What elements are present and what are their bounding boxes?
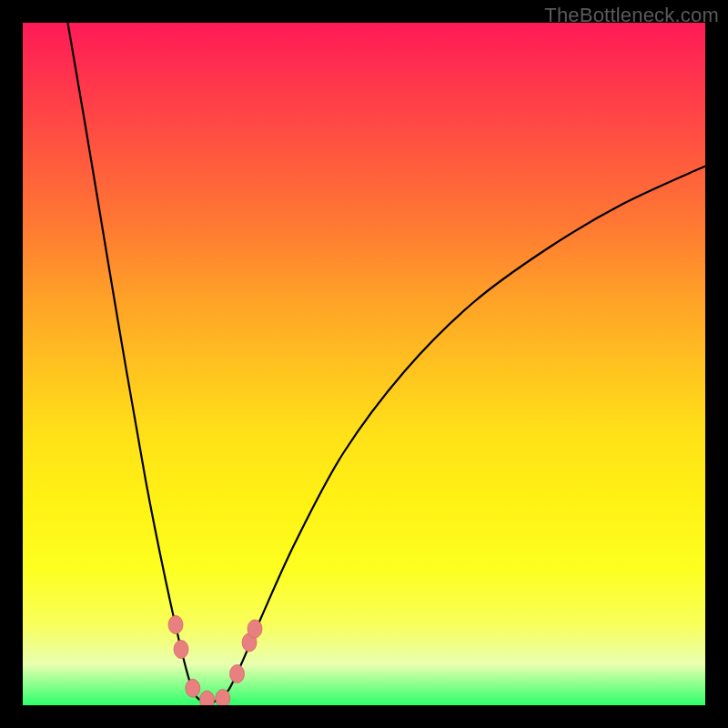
curve-marker (168, 616, 183, 634)
curve-marker (216, 690, 230, 706)
watermark-text: TheBottleneck.com (544, 4, 719, 27)
curve-markers (168, 616, 262, 706)
chart-plot-area (23, 23, 705, 705)
curve-marker (230, 665, 245, 683)
curve-marker (200, 691, 215, 705)
bottleneck-curve (68, 23, 706, 703)
curve-marker (248, 620, 262, 638)
curve-marker (186, 679, 200, 697)
bottleneck-curve-svg (23, 23, 705, 705)
chart-frame: TheBottleneck.com (0, 0, 728, 728)
curve-marker (174, 641, 188, 659)
